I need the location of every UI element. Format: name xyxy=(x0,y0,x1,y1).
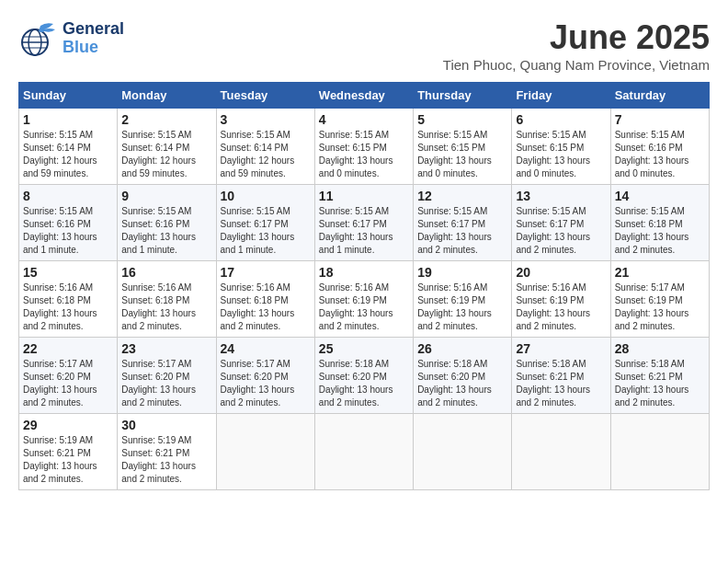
day-cell: 11Sunrise: 5:15 AMSunset: 6:17 PMDayligh… xyxy=(314,185,413,261)
daylight-text: Daylight: 13 hours and 2 minutes. xyxy=(615,385,689,408)
daylight-text: Daylight: 13 hours and 2 minutes. xyxy=(121,385,196,408)
daylight-text: Daylight: 13 hours and 2 minutes. xyxy=(319,385,393,408)
calendar-week-row: 15Sunrise: 5:16 AMSunset: 6:18 PMDayligh… xyxy=(19,261,710,338)
day-cell: 5Sunrise: 5:15 AMSunset: 6:15 PMDaylight… xyxy=(414,109,512,185)
sunrise-text: Sunrise: 5:17 AM xyxy=(121,359,191,369)
daylight-text: Daylight: 12 hours and 59 minutes. xyxy=(23,155,97,178)
daylight-text: Daylight: 13 hours and 1 minute. xyxy=(319,232,393,255)
header-saturday: Saturday xyxy=(610,83,709,109)
day-cell: 22Sunrise: 5:17 AMSunset: 6:20 PMDayligh… xyxy=(19,338,118,414)
empty-day-cell xyxy=(314,414,413,490)
sunset-text: Sunset: 6:18 PM xyxy=(221,295,289,305)
day-info: Sunrise: 5:16 AMSunset: 6:19 PMDaylight:… xyxy=(516,282,606,333)
day-number: 26 xyxy=(417,341,507,356)
sunset-text: Sunset: 6:20 PM xyxy=(417,372,485,382)
day-info: Sunrise: 5:15 AMSunset: 6:15 PMDaylight:… xyxy=(319,129,409,180)
sunset-text: Sunset: 6:17 PM xyxy=(516,219,584,229)
day-cell: 6Sunrise: 5:15 AMSunset: 6:15 PMDaylight… xyxy=(512,109,610,185)
daylight-text: Daylight: 13 hours and 2 minutes. xyxy=(417,385,492,408)
day-info: Sunrise: 5:18 AMSunset: 6:21 PMDaylight:… xyxy=(516,358,606,409)
day-cell: 27Sunrise: 5:18 AMSunset: 6:21 PMDayligh… xyxy=(512,338,610,414)
daylight-text: Daylight: 13 hours and 2 minutes. xyxy=(221,385,295,408)
day-cell: 17Sunrise: 5:16 AMSunset: 6:18 PMDayligh… xyxy=(216,261,314,338)
day-info: Sunrise: 5:16 AMSunset: 6:18 PMDaylight:… xyxy=(23,282,113,333)
daylight-text: Daylight: 13 hours and 2 minutes. xyxy=(516,385,590,408)
sunset-text: Sunset: 6:20 PM xyxy=(319,372,387,382)
day-number: 19 xyxy=(417,265,507,280)
sunrise-text: Sunrise: 5:15 AM xyxy=(615,206,685,216)
sunrise-text: Sunrise: 5:18 AM xyxy=(516,359,586,369)
empty-day-cell xyxy=(414,414,512,490)
sunset-text: Sunset: 6:19 PM xyxy=(417,295,485,305)
sunrise-text: Sunrise: 5:15 AM xyxy=(319,130,389,140)
sunrise-text: Sunrise: 5:16 AM xyxy=(319,282,389,293)
sunset-text: Sunset: 6:18 PM xyxy=(615,219,683,229)
sunset-text: Sunset: 6:21 PM xyxy=(121,448,189,458)
sunrise-text: Sunrise: 5:16 AM xyxy=(417,282,487,293)
day-info: Sunrise: 5:17 AMSunset: 6:20 PMDaylight:… xyxy=(121,358,211,409)
daylight-text: Daylight: 13 hours and 2 minutes. xyxy=(417,308,492,331)
sunrise-text: Sunrise: 5:16 AM xyxy=(23,282,93,293)
calendar-week-row: 22Sunrise: 5:17 AMSunset: 6:20 PMDayligh… xyxy=(19,338,710,414)
daylight-text: Daylight: 12 hours and 59 minutes. xyxy=(121,155,196,178)
day-cell: 26Sunrise: 5:18 AMSunset: 6:20 PMDayligh… xyxy=(414,338,512,414)
daylight-text: Daylight: 13 hours and 2 minutes. xyxy=(319,308,393,331)
sunset-text: Sunset: 6:15 PM xyxy=(319,143,387,153)
sunrise-text: Sunrise: 5:19 AM xyxy=(121,435,191,445)
sunrise-text: Sunrise: 5:18 AM xyxy=(319,359,389,369)
sunrise-text: Sunrise: 5:17 AM xyxy=(23,359,93,369)
calendar-table: Sunday Monday Tuesday Wednesday Thursday… xyxy=(18,82,710,490)
month-title: June 2025 xyxy=(443,18,710,57)
sunrise-text: Sunrise: 5:18 AM xyxy=(417,359,487,369)
daylight-text: Daylight: 13 hours and 2 minutes. xyxy=(121,308,196,331)
day-info: Sunrise: 5:15 AMSunset: 6:16 PMDaylight:… xyxy=(615,129,705,180)
day-cell: 1Sunrise: 5:15 AMSunset: 6:14 PMDaylight… xyxy=(19,109,118,185)
calendar-week-row: 8Sunrise: 5:15 AMSunset: 6:16 PMDaylight… xyxy=(19,185,710,261)
day-cell: 21Sunrise: 5:17 AMSunset: 6:19 PMDayligh… xyxy=(610,261,709,338)
header-sunday: Sunday xyxy=(19,83,118,109)
day-number: 1 xyxy=(23,112,113,127)
daylight-text: Daylight: 13 hours and 2 minutes. xyxy=(23,461,97,484)
daylight-text: Daylight: 13 hours and 2 minutes. xyxy=(121,461,196,484)
day-info: Sunrise: 5:15 AMSunset: 6:15 PMDaylight:… xyxy=(516,129,606,180)
day-info: Sunrise: 5:16 AMSunset: 6:18 PMDaylight:… xyxy=(221,282,311,333)
day-info: Sunrise: 5:15 AMSunset: 6:16 PMDaylight:… xyxy=(23,205,113,257)
sunset-text: Sunset: 6:14 PM xyxy=(221,143,289,153)
daylight-text: Daylight: 13 hours and 1 minute. xyxy=(221,232,295,255)
empty-day-cell xyxy=(512,414,610,490)
logo-icon xyxy=(18,18,59,59)
sunset-text: Sunset: 6:14 PM xyxy=(23,143,91,153)
header-thursday: Thursday xyxy=(414,83,512,109)
sunset-text: Sunset: 6:15 PM xyxy=(417,143,485,153)
day-cell: 13Sunrise: 5:15 AMSunset: 6:17 PMDayligh… xyxy=(512,185,610,261)
sunrise-text: Sunrise: 5:18 AM xyxy=(615,359,685,369)
header-friday: Friday xyxy=(512,83,610,109)
day-number: 10 xyxy=(221,189,311,203)
day-info: Sunrise: 5:17 AMSunset: 6:20 PMDaylight:… xyxy=(221,358,311,409)
day-info: Sunrise: 5:15 AMSunset: 6:17 PMDaylight:… xyxy=(221,205,311,257)
daylight-text: Daylight: 13 hours and 2 minutes. xyxy=(417,232,492,255)
day-number: 30 xyxy=(121,418,211,432)
day-info: Sunrise: 5:15 AMSunset: 6:14 PMDaylight:… xyxy=(23,129,113,180)
day-cell: 28Sunrise: 5:18 AMSunset: 6:21 PMDayligh… xyxy=(610,338,709,414)
sunset-text: Sunset: 6:17 PM xyxy=(319,219,387,229)
sunset-text: Sunset: 6:18 PM xyxy=(121,295,189,305)
day-cell: 29Sunrise: 5:19 AMSunset: 6:21 PMDayligh… xyxy=(19,414,118,490)
daylight-text: Daylight: 13 hours and 1 minute. xyxy=(121,232,196,255)
header-monday: Monday xyxy=(118,83,216,109)
logo-text: General Blue xyxy=(63,20,124,57)
day-number: 3 xyxy=(221,112,311,127)
sunset-text: Sunset: 6:21 PM xyxy=(23,448,91,458)
sunset-text: Sunset: 6:18 PM xyxy=(23,295,91,305)
sunset-text: Sunset: 6:14 PM xyxy=(121,143,189,153)
sunrise-text: Sunrise: 5:17 AM xyxy=(221,359,290,369)
sunset-text: Sunset: 6:20 PM xyxy=(121,372,189,382)
sunrise-text: Sunrise: 5:15 AM xyxy=(516,206,586,216)
sunset-text: Sunset: 6:16 PM xyxy=(615,143,683,153)
day-info: Sunrise: 5:16 AMSunset: 6:19 PMDaylight:… xyxy=(417,282,507,333)
day-info: Sunrise: 5:18 AMSunset: 6:21 PMDaylight:… xyxy=(615,358,705,409)
day-cell: 7Sunrise: 5:15 AMSunset: 6:16 PMDaylight… xyxy=(610,109,709,185)
day-number: 6 xyxy=(516,112,606,127)
daylight-text: Daylight: 13 hours and 2 minutes. xyxy=(615,308,689,331)
sunrise-text: Sunrise: 5:15 AM xyxy=(615,130,685,140)
